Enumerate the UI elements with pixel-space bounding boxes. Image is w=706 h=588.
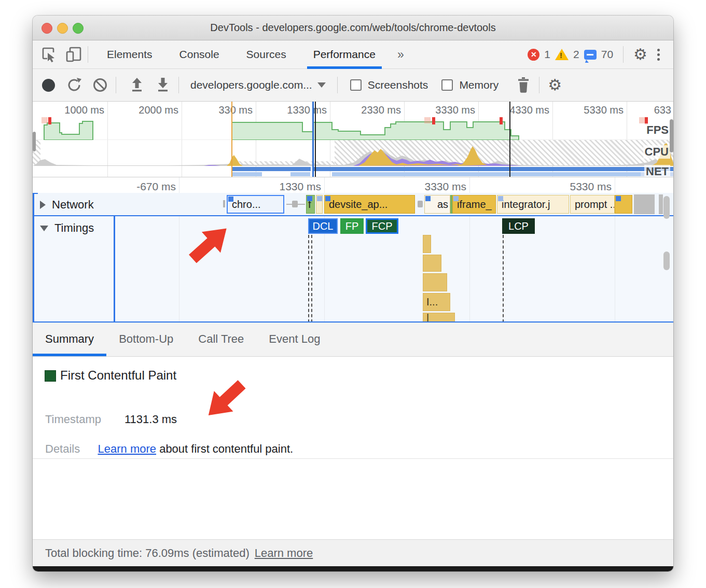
- capture-settings-gear-icon[interactable]: ⚙: [548, 77, 562, 93]
- divider: [539, 77, 539, 93]
- tab-performance[interactable]: Performance: [300, 40, 389, 69]
- timeline-tick: 1330 ms: [259, 180, 321, 193]
- window-title: DevTools - developers.google.com/web/too…: [33, 22, 673, 34]
- user-timing-bar[interactable]: [423, 255, 441, 272]
- warning-icon[interactable]: !: [555, 49, 569, 60]
- error-count[interactable]: 1: [544, 48, 550, 61]
- network-request-devsite-app[interactable]: devsite_ap...: [324, 195, 415, 214]
- timings-track-label: Timings: [54, 221, 94, 235]
- network-request-chromedevtools[interactable]: chro...: [227, 195, 284, 214]
- timings-track[interactable]: Timings DCL FP FCP LCP I... |: [33, 216, 673, 323]
- overview-tick: 633: [616, 104, 671, 116]
- overview-window-handle[interactable]: [312, 102, 314, 177]
- overview-tick: 2000 ms: [121, 104, 178, 116]
- warning-count[interactable]: 2: [573, 48, 579, 61]
- overview-black-cursor: [315, 102, 316, 177]
- overview-tick: 1330 ms: [270, 104, 327, 116]
- marker-lcp[interactable]: LCP: [502, 218, 535, 234]
- timeline-tick: -670 ms: [114, 180, 176, 193]
- user-timing-bar[interactable]: I...: [423, 293, 450, 311]
- cpu-lane-label: CPU: [643, 145, 670, 159]
- net-lane-label: NET: [644, 165, 670, 177]
- network-scrollbar-thumb[interactable]: [663, 196, 670, 219]
- performance-toolbar: developers.google.com... Screenshots Mem…: [33, 69, 673, 102]
- screenshots-checkbox[interactable]: [350, 79, 362, 91]
- overview-left-scrollbar[interactable]: [33, 132, 36, 151]
- fps-lane-label: FPS: [645, 123, 670, 137]
- network-request-tail[interactable]: [615, 195, 632, 214]
- network-request-iframe[interactable]: iframe_: [452, 195, 496, 214]
- dcl-guideline: [308, 235, 309, 323]
- overview-tick: 5330 ms: [566, 104, 624, 116]
- tab-summary[interactable]: Summary: [33, 322, 106, 356]
- network-track[interactable]: Network chro... f devsite_ap... as: [33, 193, 673, 216]
- net-lane: NET: [33, 166, 673, 177]
- window-bottom-edge: [33, 566, 673, 571]
- tab-event-log[interactable]: Event Log: [256, 322, 333, 356]
- divider: [337, 77, 338, 93]
- inspect-element-icon[interactable]: [40, 46, 58, 63]
- marker-fp[interactable]: FP: [340, 218, 364, 234]
- network-request-small[interactable]: [316, 195, 323, 214]
- user-timing-bar[interactable]: [423, 273, 447, 291]
- more-tabs-icon[interactable]: »: [389, 48, 412, 62]
- devtools-window: DevTools - developers.google.com/web/too…: [33, 16, 673, 571]
- collapse-timings-icon[interactable]: [40, 226, 48, 231]
- summary-event-title: First Contentful Paint: [60, 368, 176, 383]
- network-request-integrator[interactable]: integrator.j: [497, 195, 569, 214]
- screenshots-label[interactable]: Screenshots: [368, 79, 428, 91]
- save-profile-icon[interactable]: [153, 75, 173, 95]
- network-request-f[interactable]: f: [306, 195, 315, 214]
- message-icon[interactable]: [584, 50, 597, 60]
- overview-tick: 330 ms: [196, 104, 253, 116]
- clear-recording-icon[interactable]: [90, 75, 110, 95]
- tab-elements[interactable]: Elements: [93, 40, 166, 69]
- kebab-menu-icon[interactable]: [652, 49, 669, 61]
- overview-right-scrollbar[interactable]: [670, 119, 673, 152]
- memory-label[interactable]: Memory: [459, 79, 499, 91]
- cpu-chart: [33, 140, 673, 166]
- tab-sources[interactable]: Sources: [233, 40, 300, 69]
- timestamp-label: Timestamp: [45, 413, 101, 426]
- overview-orange-cursor[interactable]: [231, 102, 232, 177]
- divider: [623, 46, 624, 63]
- status-bar: Total blocking time: 76.09ms (estimated)…: [33, 539, 673, 566]
- memory-checkbox[interactable]: [441, 79, 453, 91]
- dcl-guideline: [311, 235, 312, 323]
- lcp-guideline: [503, 235, 504, 323]
- marker-fcp[interactable]: FCP: [366, 218, 398, 234]
- tab-call-tree[interactable]: Call Tree: [186, 322, 256, 356]
- status-learn-more-link[interactable]: Learn more: [255, 547, 313, 560]
- cpu-lane: CPU: [33, 140, 673, 166]
- settings-gear-icon[interactable]: ⚙: [633, 47, 647, 62]
- divider: [178, 77, 179, 93]
- page-selector-value: developers.google.com...: [190, 79, 312, 91]
- network-request-prompt[interactable]: prompt ..: [570, 195, 615, 214]
- tab-console[interactable]: Console: [166, 40, 233, 69]
- marker-dcl[interactable]: DCL: [308, 218, 338, 234]
- network-request-gray[interactable]: [634, 194, 655, 214]
- record-button[interactable]: [38, 75, 59, 95]
- fcp-legend-swatch: [45, 370, 56, 382]
- page-selector-dropdown[interactable]: developers.google.com...: [184, 79, 332, 91]
- overview-tick: 4330 ms: [492, 104, 549, 116]
- message-count[interactable]: 70: [601, 48, 613, 61]
- device-toolbar-icon[interactable]: [65, 46, 82, 63]
- divider: [88, 46, 88, 63]
- trash-icon[interactable]: [513, 75, 534, 95]
- expand-network-icon[interactable]: [40, 201, 46, 209]
- network-request-gray[interactable]: [659, 194, 663, 214]
- summary-panel: First Contentful Paint Timestamp 1131.3 …: [33, 357, 673, 459]
- devtools-tab-bar: Elements Console Sources Performance » ✕…: [33, 40, 673, 69]
- error-icon[interactable]: ✕: [528, 49, 539, 61]
- user-timing-bar[interactable]: [423, 235, 431, 253]
- learn-more-link[interactable]: Learn more: [98, 442, 157, 455]
- tab-bottom-up[interactable]: Bottom-Up: [106, 322, 186, 356]
- reload-and-record-icon[interactable]: [64, 75, 85, 95]
- timings-scrollbar-thumb[interactable]: [663, 251, 670, 270]
- flame-chart-tracks: -670 ms 1330 ms 3330 ms 5330 ms Network …: [33, 177, 673, 323]
- load-profile-icon[interactable]: [127, 75, 147, 95]
- timeline-overview[interactable]: 1000 ms 2000 ms 330 ms 1330 ms 2330 ms 3…: [33, 102, 673, 177]
- network-request-as[interactable]: as: [424, 195, 450, 214]
- fps-chart: [33, 117, 673, 140]
